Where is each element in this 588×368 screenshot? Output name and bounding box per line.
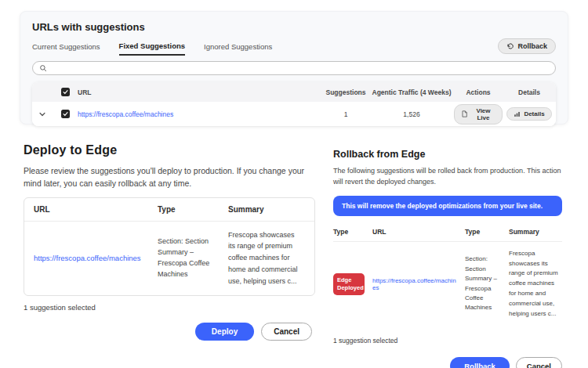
col-header-suggestions: Suggestions — [322, 88, 369, 96]
rb-col-type: Type — [465, 228, 509, 236]
rollback-row-type: Section: Section Summary – Frescopa Coff… — [465, 254, 509, 312]
deploy-title: Deploy to Edge — [24, 143, 315, 157]
rb-col-url: URL — [372, 228, 465, 236]
col-header-traffic: Agentic Traffic (4 Weeks) — [369, 88, 454, 96]
suggestions-table-header: URL Suggestions Agentic Traffic (4 Weeks… — [32, 82, 556, 102]
rollback-title: Rollback from Edge — [333, 149, 562, 160]
table-row: https://frescopa.coffee/machines 1 1,526… — [32, 102, 556, 126]
tabs-bar: Current Suggestions Fixed Suggestions Ig… — [32, 41, 556, 56]
tab-ignored-suggestions[interactable]: Ignored Suggestions — [204, 42, 272, 55]
rollback-cancel-button[interactable]: Cancel — [516, 357, 562, 368]
row-suggestions-count: 1 — [322, 110, 369, 118]
deploy-button[interactable]: Deploy — [195, 323, 254, 341]
rollback-selected-count: 1 suggestion selected — [333, 337, 562, 345]
deploy-row-type: Section: Section Summary – Frescopa Coff… — [158, 236, 228, 280]
rollback-button[interactable]: Rollback — [450, 357, 510, 368]
deploy-table: URL Type Summary https://frescopa.coffee… — [24, 197, 315, 296]
search-icon — [39, 64, 47, 72]
deploy-col-summary: Summary — [228, 205, 314, 214]
suggestions-table: URL Suggestions Agentic Traffic (4 Weeks… — [32, 82, 556, 126]
row-url-link[interactable]: https://frescopa.coffee/machines — [78, 110, 173, 118]
rollback-warning-banner: This will remove the deployed optimizati… — [333, 196, 562, 216]
rollback-button-label: Rollback — [517, 42, 547, 50]
select-all-checkbox[interactable] — [61, 88, 70, 96]
deploy-col-url: URL — [34, 205, 158, 214]
rollback-table-header: Type URL Type Summary — [333, 224, 562, 242]
view-live-button[interactable]: View Live — [454, 104, 503, 124]
panel-title: URLs with suggestions — [32, 21, 556, 33]
deploy-table-header: URL Type Summary — [24, 198, 314, 222]
rollback-table-row: Edge Deployed https://frescopa.coffee/ma… — [333, 242, 562, 327]
preview-document-icon — [461, 110, 468, 117]
deploy-table-row: https://frescopa.coffee/machines Section… — [24, 222, 314, 295]
view-live-label: View Live — [471, 107, 495, 121]
col-header-details: Details — [503, 88, 556, 96]
deploy-row-url-link[interactable]: https://frescopa.coffee/machines — [34, 254, 141, 262]
rollback-button-top[interactable]: Rollback — [498, 38, 556, 54]
rb-col-status: Type — [333, 228, 372, 236]
rollback-row-summary: Frescopa showcases its range of premium … — [509, 249, 562, 319]
col-header-url: URL — [78, 88, 322, 96]
rb-col-summary: Summary — [509, 228, 562, 236]
deploy-row-summary: Frescopa showcases its range of premium … — [228, 229, 307, 287]
row-traffic-value: 1,526 — [369, 110, 454, 118]
details-button[interactable]: Details — [506, 107, 551, 121]
rollback-icon — [506, 42, 514, 50]
edge-deployed-badge: Edge Deployed — [333, 273, 365, 295]
deploy-description: Please review the suggestions you'll dep… — [24, 164, 315, 190]
deploy-cancel-button[interactable]: Cancel — [261, 323, 312, 341]
search-bar[interactable] — [32, 61, 556, 75]
deploy-selected-count: 1 suggestion selected — [24, 303, 315, 312]
deploy-to-edge-panel: Deploy to Edge Please review the suggest… — [24, 143, 315, 341]
rollback-description: The following suggestions will be rolled… — [333, 166, 562, 188]
col-header-actions: Actions — [454, 88, 503, 96]
rollback-from-edge-panel: Rollback from Edge The following suggest… — [333, 149, 562, 368]
tab-fixed-suggestions[interactable]: Fixed Suggestions — [119, 41, 185, 56]
deploy-col-type: Type — [158, 205, 228, 214]
bar-chart-icon — [514, 110, 521, 117]
details-label: Details — [524, 110, 544, 117]
expand-chevron-down-icon[interactable] — [32, 110, 53, 118]
rollback-row-url-link[interactable]: https://frescopa.coffee/machines — [372, 277, 456, 291]
search-input[interactable] — [51, 64, 549, 72]
urls-with-suggestions-panel: URLs with suggestions Current Suggestion… — [20, 11, 568, 124]
row-checkbox[interactable] — [61, 110, 70, 118]
tab-current-suggestions[interactable]: Current Suggestions — [32, 42, 100, 55]
